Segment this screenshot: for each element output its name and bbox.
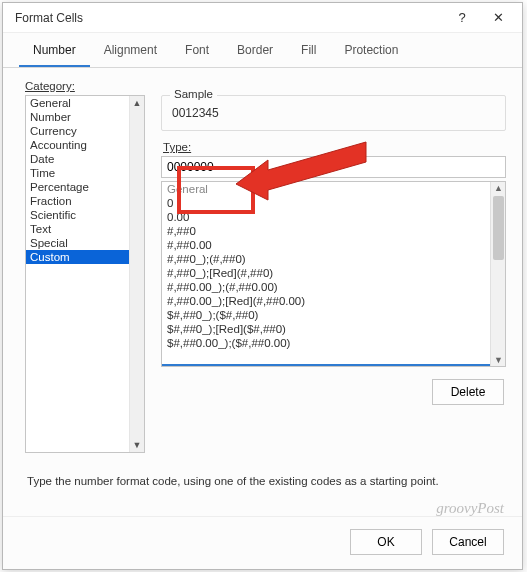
category-item[interactable]: Accounting	[26, 138, 129, 152]
tab-border[interactable]: Border	[223, 37, 287, 67]
category-item[interactable]: General	[26, 96, 129, 110]
help-icon: ?	[458, 10, 465, 25]
close-button[interactable]: ✕	[480, 4, 516, 32]
cancel-label: Cancel	[449, 535, 486, 549]
category-item[interactable]: Currency	[26, 124, 129, 138]
tabs: Number Alignment Font Border Fill Protec…	[3, 33, 522, 68]
format-item[interactable]: 0	[162, 196, 490, 210]
dialog-footer: OK Cancel	[3, 516, 522, 569]
close-icon: ✕	[493, 10, 504, 25]
tab-font[interactable]: Font	[171, 37, 223, 67]
scroll-up-icon[interactable]: ▲	[494, 183, 503, 193]
category-label: Category:	[25, 80, 506, 92]
scroll-up-icon[interactable]: ▲	[133, 96, 142, 110]
type-label: Type:	[163, 141, 506, 153]
tab-alignment[interactable]: Alignment	[90, 37, 171, 67]
sample-label: Sample	[170, 88, 217, 100]
tab-fill[interactable]: Fill	[287, 37, 330, 67]
format-listbox[interactable]: General00.00#,##0#,##0.00#,##0_);(#,##0)…	[161, 181, 506, 367]
sample-group: Sample 0012345	[161, 95, 506, 131]
delete-button[interactable]: Delete	[432, 379, 504, 405]
format-cells-dialog: Format Cells ? ✕ Number Alignment Font B…	[2, 2, 523, 570]
type-input[interactable]	[161, 156, 506, 178]
category-item[interactable]: Date	[26, 152, 129, 166]
format-item[interactable]: 0.00	[162, 210, 490, 224]
category-item[interactable]: Fraction	[26, 194, 129, 208]
delete-label: Delete	[451, 385, 486, 399]
category-item[interactable]: Scientific	[26, 208, 129, 222]
titlebar: Format Cells ? ✕	[3, 3, 522, 33]
format-item[interactable]: #,##0.00_);[Red](#,##0.00)	[162, 294, 490, 308]
category-listbox[interactable]: GeneralNumberCurrencyAccountingDateTimeP…	[25, 95, 145, 453]
sample-value: 0012345	[172, 104, 495, 120]
category-item[interactable]: Text	[26, 222, 129, 236]
content: Category: GeneralNumberCurrencyAccountin…	[3, 68, 522, 516]
format-item[interactable]: #,##0	[162, 224, 490, 238]
ok-label: OK	[377, 535, 394, 549]
scrollbar[interactable]: ▲ ▼	[129, 96, 144, 452]
format-item[interactable]: #,##0.00	[162, 238, 490, 252]
format-item[interactable]: #,##0_);(#,##0)	[162, 252, 490, 266]
tab-number[interactable]: Number	[19, 37, 90, 67]
tab-protection[interactable]: Protection	[330, 37, 412, 67]
format-item[interactable]: $#,##0_);($#,##0)	[162, 308, 490, 322]
ok-button[interactable]: OK	[350, 529, 422, 555]
category-item[interactable]: Time	[26, 166, 129, 180]
category-item[interactable]: Percentage	[26, 180, 129, 194]
scrollbar[interactable]: ▲ ▼	[490, 182, 505, 366]
category-item[interactable]: Custom	[26, 250, 129, 264]
dialog-title: Format Cells	[15, 11, 83, 25]
hint-text: Type the number format code, using one o…	[27, 475, 506, 487]
help-button[interactable]: ?	[444, 4, 480, 32]
cancel-button[interactable]: Cancel	[432, 529, 504, 555]
category-item[interactable]: Number	[26, 110, 129, 124]
format-item[interactable]: $#,##0.00_);($#,##0.00)	[162, 336, 490, 350]
scroll-down-icon[interactable]: ▼	[494, 355, 503, 365]
scroll-thumb[interactable]	[493, 196, 504, 260]
format-item[interactable]: #,##0.00_);(#,##0.00)	[162, 280, 490, 294]
format-item[interactable]: $#,##0_);[Red]($#,##0)	[162, 322, 490, 336]
scroll-down-icon[interactable]: ▼	[133, 438, 142, 452]
format-item[interactable]: #,##0_);[Red](#,##0)	[162, 266, 490, 280]
format-item[interactable]: General	[162, 182, 490, 196]
category-item[interactable]: Special	[26, 236, 129, 250]
